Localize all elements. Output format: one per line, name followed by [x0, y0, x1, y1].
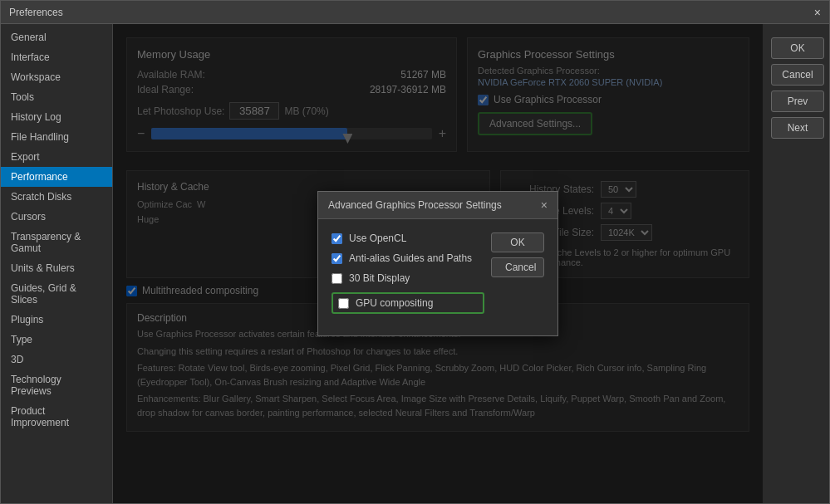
sidebar-item-scratch-disks[interactable]: Scratch Disks: [1, 187, 112, 207]
modal-dialog: Advanced Graphics Processor Settings × U…: [317, 191, 558, 336]
sidebar-item-product-improvement[interactable]: Product Improvement: [1, 401, 112, 433]
window-body: General Interface Workspace Tools Histor…: [1, 24, 829, 503]
main-content: Memory Usage Available RAM: 51267 MB Ide…: [113, 24, 763, 503]
sidebar-item-tech-previews[interactable]: Technology Previews: [1, 369, 112, 401]
gpu-compositing-checkbox[interactable]: [338, 298, 349, 309]
modal-close-button[interactable]: ×: [541, 198, 548, 212]
bit-display-label: 30 Bit Display: [349, 272, 410, 284]
gpu-compositing-label: GPU compositing: [356, 297, 433, 309]
sidebar-item-workspace[interactable]: Workspace: [1, 67, 112, 87]
sidebar-item-history-log[interactable]: History Log: [1, 107, 112, 127]
sidebar-item-type[interactable]: Type: [1, 330, 112, 350]
modal-title: Advanced Graphics Processor Settings: [328, 199, 502, 211]
modal-overlay: Advanced Graphics Processor Settings × U…: [113, 24, 763, 503]
sidebar-item-units[interactable]: Units & Rulers: [1, 258, 112, 278]
prev-button[interactable]: Prev: [771, 91, 824, 112]
sidebar-item-performance[interactable]: Performance: [1, 167, 112, 187]
sidebar-item-file-handling[interactable]: File Handling: [1, 127, 112, 147]
sidebar-item-interface[interactable]: Interface: [1, 47, 112, 67]
sidebar-item-export[interactable]: Export: [1, 147, 112, 167]
sidebar: General Interface Workspace Tools Histor…: [1, 24, 113, 503]
gpu-compositing-row: GPU compositing: [332, 292, 484, 314]
next-button[interactable]: Next: [771, 117, 824, 139]
bit-display-checkbox[interactable]: [332, 273, 342, 284]
sidebar-item-general[interactable]: General: [1, 27, 112, 47]
opencl-checkbox[interactable]: [332, 233, 342, 244]
anti-alias-checkbox[interactable]: [332, 253, 342, 264]
modal-inner: Use OpenCL Anti-alias Guides and Paths 3…: [332, 232, 544, 322]
opencl-label: Use OpenCL: [349, 232, 406, 244]
modal-content-area: Use OpenCL Anti-alias Guides and Paths 3…: [332, 232, 484, 322]
modal-ok-button[interactable]: OK: [491, 232, 544, 252]
modal-cancel-button[interactable]: Cancel: [491, 257, 544, 277]
opencl-row: Use OpenCL: [332, 232, 484, 244]
sidebar-item-guides[interactable]: Guides, Grid & Slices: [1, 278, 112, 310]
window-close-button[interactable]: ×: [814, 6, 821, 19]
modal-header: Advanced Graphics Processor Settings ×: [318, 192, 557, 219]
anti-alias-label: Anti-alias Guides and Paths: [349, 252, 472, 264]
ok-button[interactable]: OK: [771, 37, 824, 59]
sidebar-item-3d[interactable]: 3D: [1, 350, 112, 369]
preferences-window: Preferences × General Interface Workspac…: [0, 0, 830, 504]
title-bar: Preferences ×: [1, 1, 829, 24]
modal-button-area: OK Cancel: [484, 232, 544, 322]
sidebar-item-transparency[interactable]: Transparency & Gamut: [1, 227, 112, 258]
bit-display-row: 30 Bit Display: [332, 272, 484, 284]
sidebar-item-plugins[interactable]: Plugins: [1, 310, 112, 330]
anti-alias-row: Anti-alias Guides and Paths: [332, 252, 484, 264]
cancel-button[interactable]: Cancel: [771, 64, 824, 86]
sidebar-item-tools[interactable]: Tools: [1, 87, 112, 107]
window-title: Preferences: [9, 7, 63, 18]
modal-body: Use OpenCL Anti-alias Guides and Paths 3…: [318, 219, 557, 335]
sidebar-item-cursors[interactable]: Cursors: [1, 207, 112, 227]
action-buttons: OK Cancel Prev Next: [763, 24, 829, 503]
